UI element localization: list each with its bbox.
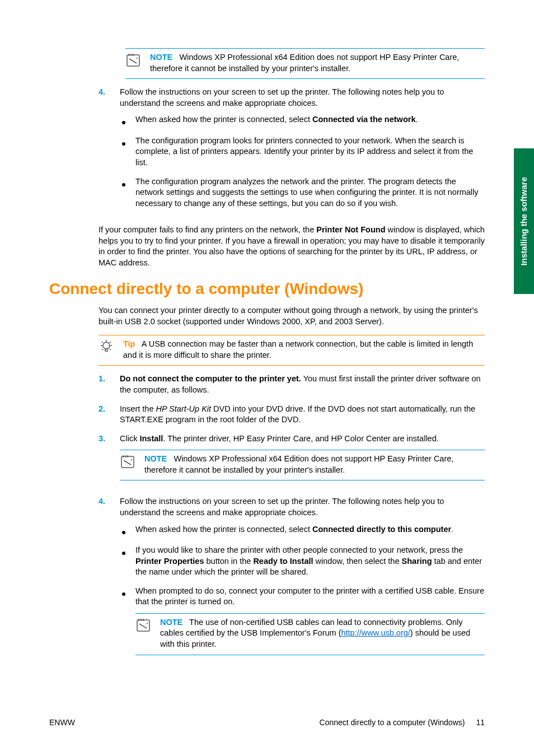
note-callout: NOTE Windows XP Professional x64 Edition… <box>120 450 485 480</box>
page-footer: ENWW Connect directly to a computer (Win… <box>49 717 485 728</box>
section-heading: Connect directly to a computer (Windows) <box>49 278 485 300</box>
note-callout: NOTE The use of non-certified USB cables… <box>135 613 485 655</box>
note-label: NOTE <box>160 618 182 627</box>
note-label: NOTE <box>150 53 172 62</box>
bullet-item: If you would like to share the printer w… <box>120 545 485 578</box>
step-4b: 4. Follow the instructions on your scree… <box>99 496 485 670</box>
note-icon <box>120 454 138 475</box>
step-text: Follow the instructions on your screen t… <box>120 87 485 109</box>
svg-line-9 <box>102 342 103 343</box>
svg-line-11 <box>102 349 103 350</box>
closing-paragraph: If your computer fails to find any print… <box>99 225 485 268</box>
step-number: 3. <box>99 433 109 489</box>
svg-rect-13 <box>121 456 134 468</box>
bullet-icon <box>120 136 127 169</box>
note-icon <box>135 617 153 650</box>
side-tab: Installing the software <box>514 148 534 294</box>
bullet-icon <box>120 114 127 128</box>
step-number: 1. <box>99 374 109 395</box>
content-column: NOTE Windows XP Professional x64 Edition… <box>76 48 485 671</box>
tip-callout: Tip A USB connection may be faster than … <box>99 335 485 366</box>
tip-text: Tip A USB connection may be faster than … <box>123 339 485 361</box>
section-intro: You can connect your printer directly to… <box>99 305 485 327</box>
note-text: NOTE Windows XP Professional x64 Edition… <box>144 454 485 475</box>
step-number: 4. <box>99 496 109 670</box>
step-number: 2. <box>99 404 109 426</box>
step-number: 4. <box>99 87 109 217</box>
page: Installing the software NOTE Windows XP … <box>0 0 534 756</box>
tip-label: Tip <box>123 339 135 348</box>
step-3: 3. Click Install. The printer driver, HP… <box>99 433 485 489</box>
svg-rect-17 <box>137 620 149 631</box>
bullet-item: When asked how the printer is connected,… <box>120 114 485 128</box>
usb-org-link[interactable]: http://www.usb.org/ <box>341 628 410 637</box>
note-icon <box>125 52 143 74</box>
note-text: NOTE Windows XP Professional x64 Edition… <box>150 52 485 74</box>
note-label: NOTE <box>144 454 167 463</box>
bullet-icon <box>120 586 127 663</box>
svg-point-4 <box>103 342 110 349</box>
note-text: NOTE The use of non-certified USB cables… <box>160 617 485 650</box>
bullet-item: The configuration program analyzes the n… <box>120 176 485 209</box>
bullet-item: When prompted to do so, connect your com… <box>120 586 485 663</box>
bullet-icon <box>120 545 127 578</box>
svg-rect-5 <box>105 349 107 351</box>
bullet-icon <box>120 176 127 209</box>
svg-rect-0 <box>127 55 139 66</box>
page-number: 11 <box>476 717 485 728</box>
bullet-item: When asked how the printer is connected,… <box>120 524 485 538</box>
step-text: Follow the instructions on your screen t… <box>120 496 485 518</box>
footer-section: Connect directly to a computer (Windows) <box>320 717 465 728</box>
step-1: 1. Do not connect the computer to the pr… <box>99 374 485 395</box>
note-body: Windows XP Professional x64 Edition does… <box>144 454 453 474</box>
bullet-icon <box>120 524 127 538</box>
step-2: 2. Insert the HP Start-Up Kit DVD into y… <box>99 404 485 426</box>
svg-line-10 <box>110 342 111 343</box>
side-tab-label: Installing the software <box>518 177 530 265</box>
note-body: Windows XP Professional x64 Edition does… <box>150 53 459 73</box>
step-4: 4. Follow the instructions on your scree… <box>99 87 485 217</box>
bullet-item: The configuration program looks for prin… <box>120 136 485 169</box>
note-callout: NOTE Windows XP Professional x64 Edition… <box>125 48 485 79</box>
tip-body: A USB connection may be faster than a ne… <box>123 339 473 360</box>
footer-left: ENWW <box>49 717 75 728</box>
tip-icon <box>99 339 116 361</box>
svg-line-12 <box>110 349 111 350</box>
